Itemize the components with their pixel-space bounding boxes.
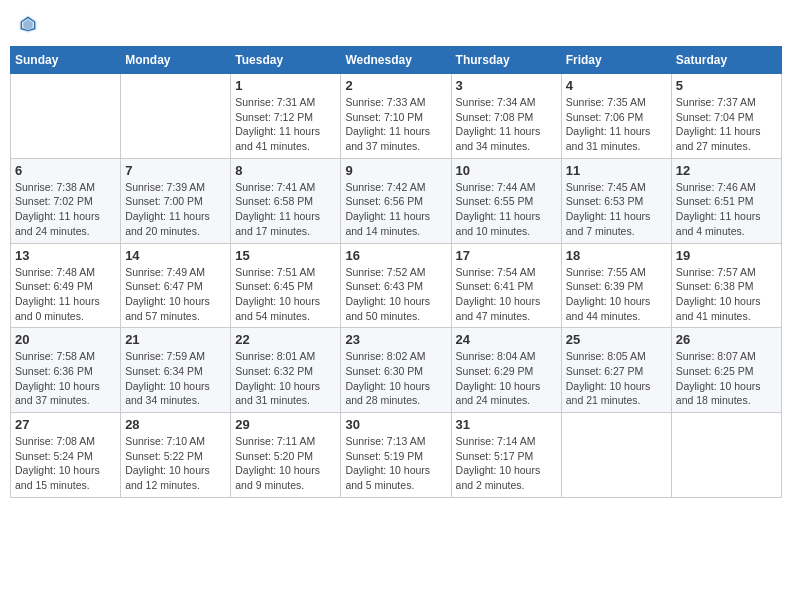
day-number: 10	[456, 163, 557, 178]
day-info: Sunrise: 8:02 AMSunset: 6:30 PMDaylight:…	[345, 349, 446, 408]
calendar-cell: 17Sunrise: 7:54 AMSunset: 6:41 PMDayligh…	[451, 243, 561, 328]
day-number: 1	[235, 78, 336, 93]
day-number: 6	[15, 163, 116, 178]
calendar-cell: 13Sunrise: 7:48 AMSunset: 6:49 PMDayligh…	[11, 243, 121, 328]
day-info: Sunrise: 8:01 AMSunset: 6:32 PMDaylight:…	[235, 349, 336, 408]
weekday-header-sunday: Sunday	[11, 47, 121, 74]
day-info: Sunrise: 7:59 AMSunset: 6:34 PMDaylight:…	[125, 349, 226, 408]
day-number: 5	[676, 78, 777, 93]
day-info: Sunrise: 7:39 AMSunset: 7:00 PMDaylight:…	[125, 180, 226, 239]
day-info: Sunrise: 7:13 AMSunset: 5:19 PMDaylight:…	[345, 434, 446, 493]
calendar-cell: 30Sunrise: 7:13 AMSunset: 5:19 PMDayligh…	[341, 413, 451, 498]
day-number: 24	[456, 332, 557, 347]
day-number: 31	[456, 417, 557, 432]
day-info: Sunrise: 7:14 AMSunset: 5:17 PMDaylight:…	[456, 434, 557, 493]
day-number: 25	[566, 332, 667, 347]
calendar-cell: 27Sunrise: 7:08 AMSunset: 5:24 PMDayligh…	[11, 413, 121, 498]
day-number: 2	[345, 78, 446, 93]
calendar-cell: 5Sunrise: 7:37 AMSunset: 7:04 PMDaylight…	[671, 74, 781, 159]
calendar-cell: 3Sunrise: 7:34 AMSunset: 7:08 PMDaylight…	[451, 74, 561, 159]
day-info: Sunrise: 7:52 AMSunset: 6:43 PMDaylight:…	[345, 265, 446, 324]
day-info: Sunrise: 7:48 AMSunset: 6:49 PMDaylight:…	[15, 265, 116, 324]
calendar-cell: 1Sunrise: 7:31 AMSunset: 7:12 PMDaylight…	[231, 74, 341, 159]
calendar-cell: 24Sunrise: 8:04 AMSunset: 6:29 PMDayligh…	[451, 328, 561, 413]
calendar-cell: 8Sunrise: 7:41 AMSunset: 6:58 PMDaylight…	[231, 158, 341, 243]
day-number: 14	[125, 248, 226, 263]
calendar-cell: 12Sunrise: 7:46 AMSunset: 6:51 PMDayligh…	[671, 158, 781, 243]
day-number: 18	[566, 248, 667, 263]
day-number: 12	[676, 163, 777, 178]
calendar-cell: 22Sunrise: 8:01 AMSunset: 6:32 PMDayligh…	[231, 328, 341, 413]
calendar-cell: 23Sunrise: 8:02 AMSunset: 6:30 PMDayligh…	[341, 328, 451, 413]
day-number: 19	[676, 248, 777, 263]
day-info: Sunrise: 7:34 AMSunset: 7:08 PMDaylight:…	[456, 95, 557, 154]
day-info: Sunrise: 8:04 AMSunset: 6:29 PMDaylight:…	[456, 349, 557, 408]
calendar-cell: 29Sunrise: 7:11 AMSunset: 5:20 PMDayligh…	[231, 413, 341, 498]
calendar-cell: 28Sunrise: 7:10 AMSunset: 5:22 PMDayligh…	[121, 413, 231, 498]
day-number: 20	[15, 332, 116, 347]
day-info: Sunrise: 7:45 AMSunset: 6:53 PMDaylight:…	[566, 180, 667, 239]
day-number: 27	[15, 417, 116, 432]
day-info: Sunrise: 7:46 AMSunset: 6:51 PMDaylight:…	[676, 180, 777, 239]
calendar-cell: 6Sunrise: 7:38 AMSunset: 7:02 PMDaylight…	[11, 158, 121, 243]
day-info: Sunrise: 7:44 AMSunset: 6:55 PMDaylight:…	[456, 180, 557, 239]
day-number: 21	[125, 332, 226, 347]
day-number: 29	[235, 417, 336, 432]
day-info: Sunrise: 7:49 AMSunset: 6:47 PMDaylight:…	[125, 265, 226, 324]
day-info: Sunrise: 7:33 AMSunset: 7:10 PMDaylight:…	[345, 95, 446, 154]
calendar-cell: 4Sunrise: 7:35 AMSunset: 7:06 PMDaylight…	[561, 74, 671, 159]
day-info: Sunrise: 7:58 AMSunset: 6:36 PMDaylight:…	[15, 349, 116, 408]
calendar-cell: 31Sunrise: 7:14 AMSunset: 5:17 PMDayligh…	[451, 413, 561, 498]
calendar-cell	[11, 74, 121, 159]
calendar-cell: 20Sunrise: 7:58 AMSunset: 6:36 PMDayligh…	[11, 328, 121, 413]
page-header	[10, 10, 782, 38]
logo	[18, 14, 42, 34]
calendar-cell	[121, 74, 231, 159]
day-number: 15	[235, 248, 336, 263]
day-info: Sunrise: 7:54 AMSunset: 6:41 PMDaylight:…	[456, 265, 557, 324]
day-number: 7	[125, 163, 226, 178]
weekday-header-friday: Friday	[561, 47, 671, 74]
day-number: 30	[345, 417, 446, 432]
day-number: 9	[345, 163, 446, 178]
day-info: Sunrise: 7:57 AMSunset: 6:38 PMDaylight:…	[676, 265, 777, 324]
day-info: Sunrise: 7:41 AMSunset: 6:58 PMDaylight:…	[235, 180, 336, 239]
day-info: Sunrise: 7:35 AMSunset: 7:06 PMDaylight:…	[566, 95, 667, 154]
logo-icon	[18, 14, 38, 34]
weekday-header-thursday: Thursday	[451, 47, 561, 74]
calendar-cell: 10Sunrise: 7:44 AMSunset: 6:55 PMDayligh…	[451, 158, 561, 243]
calendar-cell	[561, 413, 671, 498]
calendar-cell	[671, 413, 781, 498]
day-info: Sunrise: 7:42 AMSunset: 6:56 PMDaylight:…	[345, 180, 446, 239]
day-info: Sunrise: 7:51 AMSunset: 6:45 PMDaylight:…	[235, 265, 336, 324]
day-info: Sunrise: 7:38 AMSunset: 7:02 PMDaylight:…	[15, 180, 116, 239]
calendar-cell: 21Sunrise: 7:59 AMSunset: 6:34 PMDayligh…	[121, 328, 231, 413]
calendar-cell: 2Sunrise: 7:33 AMSunset: 7:10 PMDaylight…	[341, 74, 451, 159]
calendar-cell: 9Sunrise: 7:42 AMSunset: 6:56 PMDaylight…	[341, 158, 451, 243]
day-number: 4	[566, 78, 667, 93]
day-info: Sunrise: 7:08 AMSunset: 5:24 PMDaylight:…	[15, 434, 116, 493]
day-info: Sunrise: 7:55 AMSunset: 6:39 PMDaylight:…	[566, 265, 667, 324]
day-number: 11	[566, 163, 667, 178]
weekday-header-wednesday: Wednesday	[341, 47, 451, 74]
calendar-cell: 19Sunrise: 7:57 AMSunset: 6:38 PMDayligh…	[671, 243, 781, 328]
calendar-table: SundayMondayTuesdayWednesdayThursdayFrid…	[10, 46, 782, 498]
calendar-cell: 15Sunrise: 7:51 AMSunset: 6:45 PMDayligh…	[231, 243, 341, 328]
day-info: Sunrise: 8:05 AMSunset: 6:27 PMDaylight:…	[566, 349, 667, 408]
weekday-header-saturday: Saturday	[671, 47, 781, 74]
day-number: 23	[345, 332, 446, 347]
calendar-cell: 7Sunrise: 7:39 AMSunset: 7:00 PMDaylight…	[121, 158, 231, 243]
calendar-cell: 18Sunrise: 7:55 AMSunset: 6:39 PMDayligh…	[561, 243, 671, 328]
day-number: 17	[456, 248, 557, 263]
day-info: Sunrise: 7:11 AMSunset: 5:20 PMDaylight:…	[235, 434, 336, 493]
weekday-header-tuesday: Tuesday	[231, 47, 341, 74]
weekday-header-monday: Monday	[121, 47, 231, 74]
calendar-cell: 16Sunrise: 7:52 AMSunset: 6:43 PMDayligh…	[341, 243, 451, 328]
day-number: 26	[676, 332, 777, 347]
calendar-cell: 11Sunrise: 7:45 AMSunset: 6:53 PMDayligh…	[561, 158, 671, 243]
day-number: 28	[125, 417, 226, 432]
calendar-cell: 25Sunrise: 8:05 AMSunset: 6:27 PMDayligh…	[561, 328, 671, 413]
day-number: 16	[345, 248, 446, 263]
day-info: Sunrise: 7:31 AMSunset: 7:12 PMDaylight:…	[235, 95, 336, 154]
day-info: Sunrise: 7:10 AMSunset: 5:22 PMDaylight:…	[125, 434, 226, 493]
